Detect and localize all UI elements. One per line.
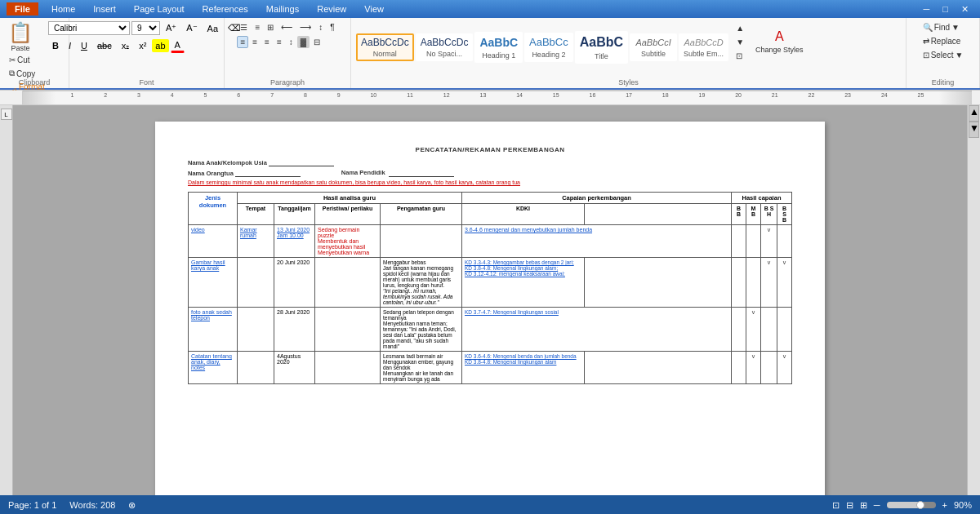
select-button[interactable]: ⊡ Select ▼ bbox=[919, 49, 968, 61]
document-canvas[interactable]: PENCATATAN/REKAMAN PERKEMBANGAN Nama Ana… bbox=[13, 105, 967, 495]
zoom-out-btn[interactable]: ─ bbox=[874, 500, 880, 510]
zoom-in-btn[interactable]: + bbox=[942, 500, 947, 510]
style-title[interactable]: AaBbC Title bbox=[575, 31, 628, 64]
ribbon: 📋 Paste ✂ Cut ⧉ Copy 🖌 Format Painter Cl… bbox=[0, 18, 980, 91]
styles-scroll-up[interactable]: ▲ bbox=[732, 22, 748, 34]
file-tab[interactable]: File bbox=[7, 2, 38, 16]
font-color-button[interactable]: A bbox=[171, 38, 185, 53]
styles-more[interactable]: ⊡ bbox=[732, 50, 748, 62]
scroll-up-btn[interactable]: ▲ bbox=[969, 105, 979, 122]
style-normal[interactable]: AaBbCcDc Normal bbox=[356, 33, 414, 62]
zoom-handle[interactable] bbox=[916, 501, 924, 509]
change-case-button[interactable]: Aa bbox=[203, 22, 222, 35]
align-right-button[interactable]: ≡ bbox=[261, 36, 273, 48]
styles-scroll-down[interactable]: ▼ bbox=[732, 36, 748, 48]
cell-kdki2 bbox=[585, 258, 732, 308]
subscript-button[interactable]: x₂ bbox=[118, 39, 134, 53]
nama-orangtua-label: Nama Orangtua bbox=[188, 170, 234, 177]
cell-mb: v bbox=[746, 308, 761, 352]
style-no-spacing[interactable]: AaBbCcDc No Spaci... bbox=[416, 33, 474, 62]
col-hasil-capaian-header: Hasil capaian bbox=[732, 193, 792, 204]
tab-insert[interactable]: Insert bbox=[85, 2, 124, 16]
font-name-select[interactable]: Calibri bbox=[48, 21, 130, 35]
table-row: foto anak sedah telepon 28 Juni 2020 Sed… bbox=[189, 308, 792, 352]
font-shrink-button[interactable]: A⁻ bbox=[182, 21, 201, 35]
tab-pagelayout[interactable]: Page Layout bbox=[126, 2, 193, 16]
paragraph-label: Paragraph bbox=[225, 78, 350, 86]
maximize-btn[interactable]: □ bbox=[938, 4, 953, 15]
nama-pendidik-value bbox=[389, 169, 454, 177]
scroll-down-btn[interactable]: ▼ bbox=[969, 122, 979, 138]
replace-button[interactable]: ⇄ Replace bbox=[919, 35, 968, 47]
tab-home[interactable]: Home bbox=[43, 2, 83, 16]
style-subtitle[interactable]: AaBbCcI Subtitle bbox=[630, 33, 677, 60]
paste-button[interactable]: 📋 bbox=[5, 21, 36, 44]
cell-bsb: v bbox=[777, 352, 792, 384]
ribbon-main: 📋 Paste ✂ Cut ⧉ Copy 🖌 Format Painter Cl… bbox=[0, 18, 980, 90]
cell-capaian: KD 3.7-4.7: Mengenal lingkungan sosial bbox=[462, 308, 732, 352]
shading-button[interactable]: ▓ bbox=[297, 36, 310, 48]
title-bar: File Home Insert Page Layout References … bbox=[0, 0, 980, 18]
strikethrough-button[interactable]: abc bbox=[93, 39, 116, 52]
cell-bb bbox=[732, 258, 746, 308]
font-grow-button[interactable]: A⁺ bbox=[162, 21, 180, 35]
italic-button[interactable]: I bbox=[65, 39, 75, 52]
cell-pengamatan: Lesmana tadi bermain airMenggunakan embe… bbox=[381, 352, 462, 384]
numbered-list-button[interactable]: ≡ bbox=[252, 21, 263, 33]
sort-button[interactable]: ↕ bbox=[315, 21, 326, 33]
style-heading2[interactable]: AaBbCc Heading 2 bbox=[524, 33, 573, 62]
change-styles-button[interactable]: A Change Styles bbox=[753, 27, 806, 56]
nama-orangtua-value bbox=[235, 169, 301, 177]
border-button[interactable]: ⊟ bbox=[310, 36, 323, 48]
view-normal-icon[interactable]: ⊡ bbox=[832, 500, 840, 511]
style-subtle-em[interactable]: AaBbCcD Subtle Em... bbox=[679, 33, 728, 60]
bullet-list-button[interactable]: ☰ bbox=[237, 21, 251, 33]
close-btn[interactable]: ✕ bbox=[956, 4, 973, 15]
cell-tanggal: 28 Juni 2020 bbox=[274, 308, 315, 352]
ruler-corner bbox=[8, 91, 23, 105]
cell-jenis: foto anak sedah telepon bbox=[189, 308, 238, 352]
table-header-sub: Tempat Tanggal/jam Peristiwa/ perilaku P… bbox=[189, 204, 792, 225]
highlight-button[interactable]: ab bbox=[152, 39, 168, 52]
underline-button[interactable]: U bbox=[77, 39, 91, 52]
style-heading1[interactable]: AaBbC Heading 1 bbox=[474, 32, 523, 62]
view-reading-icon[interactable]: ⊟ bbox=[846, 500, 853, 511]
cell-bsb: v bbox=[777, 258, 792, 308]
multilevel-list-button[interactable]: ⊞ bbox=[264, 21, 277, 33]
zoom-slider[interactable] bbox=[887, 502, 936, 508]
increase-indent-button[interactable]: ⟶ bbox=[296, 21, 314, 33]
col-hasil-analisa-header: Hasil analisa guru bbox=[238, 193, 462, 204]
tab-mailings[interactable]: Mailings bbox=[258, 2, 307, 16]
col-tanggal-header: Tanggal/jam bbox=[274, 204, 315, 225]
decrease-indent-button[interactable]: ⟵ bbox=[278, 21, 296, 33]
ruler-main: 1234567891011121314151617181920212223242… bbox=[23, 91, 972, 105]
cell-capaian: KD 3.3-4.3: Menggambar bebas dengan 2 ja… bbox=[462, 258, 585, 308]
cell-tempat bbox=[238, 258, 274, 308]
scroll-bar-right[interactable]: ▲ ▼ bbox=[967, 105, 980, 495]
table-header-main: Jenis dokumen Hasil analisa guru Capaian… bbox=[189, 193, 792, 204]
line-spacing-button[interactable]: ↕ bbox=[286, 36, 296, 48]
cell-pengamatan: Sedang pelan telepon dengan temannyaMeny… bbox=[381, 308, 462, 352]
tab-view[interactable]: View bbox=[356, 2, 392, 16]
cell-jenis: video bbox=[189, 225, 238, 258]
paragraph-group: ☰ ≡ ⊞ ⟵ ⟶ ↕ ¶ ≡ ≡ ≡ ≡ ↕ ▓ ⊟ Pa bbox=[225, 18, 351, 88]
align-center-button[interactable]: ≡ bbox=[249, 36, 261, 48]
zoom-level: 90% bbox=[954, 500, 972, 510]
col-jenis-header: Jenis dokumen bbox=[189, 193, 238, 225]
view-web-icon[interactable]: ⊞ bbox=[860, 500, 867, 511]
cell-peristiwa bbox=[315, 352, 381, 384]
bold-button[interactable]: B bbox=[48, 39, 63, 52]
find-button[interactable]: 🔍 Find ▼ bbox=[919, 21, 968, 33]
font-size-select[interactable]: 9 bbox=[131, 21, 160, 35]
minimize-btn[interactable]: ─ bbox=[919, 4, 935, 15]
align-left-button[interactable]: ≡ bbox=[237, 36, 248, 48]
show-formatting-button[interactable]: ¶ bbox=[327, 21, 337, 33]
col-capaian-header: Capaian perkembangan bbox=[462, 193, 732, 204]
superscript-button[interactable]: x² bbox=[135, 39, 150, 52]
tab-references[interactable]: References bbox=[194, 2, 256, 16]
justify-button[interactable]: ≡ bbox=[274, 36, 285, 48]
field-row-2: Nama Orangtua Nama Pendidik bbox=[188, 169, 792, 177]
cell-tanggal: 13 Juni 2020 Jam 10.00 bbox=[274, 225, 315, 258]
col-bsh-header: B S H bbox=[761, 204, 777, 225]
tab-review[interactable]: Review bbox=[309, 2, 354, 16]
